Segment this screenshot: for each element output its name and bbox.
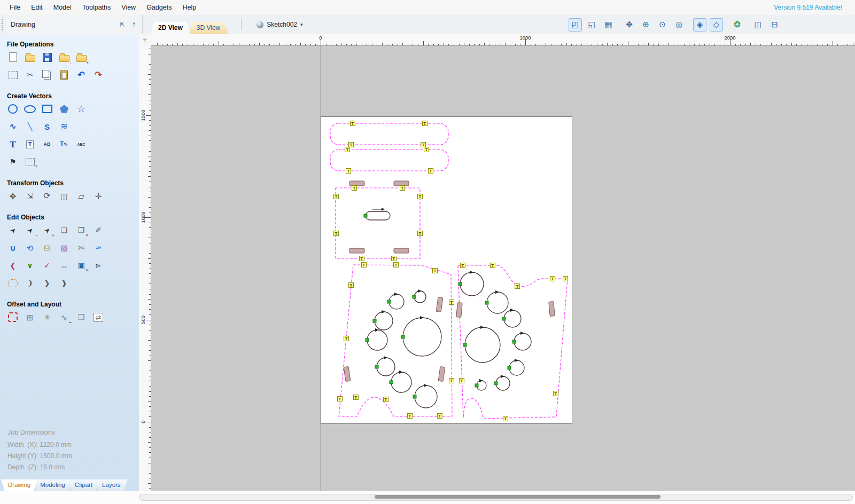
draw-star-icon[interactable]: ☆: [75, 103, 87, 115]
copy-along-vector-icon[interactable]: ∿••: [58, 311, 70, 323]
split-view-horizontal-icon[interactable]: ◫: [751, 18, 765, 32]
vector-slot[interactable]: [394, 181, 409, 186]
horizontal-ruler[interactable]: 010002000: [151, 34, 855, 46]
offset-vectors-icon[interactable]: [7, 311, 19, 323]
sheet-selector[interactable]: Sketch002 ▾: [252, 19, 307, 30]
start-node[interactable]: [485, 301, 488, 304]
tab-marker[interactable]: T: [394, 263, 399, 267]
tab-marker[interactable]: T: [346, 169, 351, 174]
sidebar-tab-clipart[interactable]: Clipart: [68, 479, 99, 491]
tab-marker[interactable]: T: [418, 194, 423, 199]
start-node[interactable]: [364, 214, 367, 217]
menu-view[interactable]: View: [116, 2, 141, 13]
tab-marker[interactable]: T: [345, 147, 350, 152]
start-node[interactable]: [373, 319, 376, 322]
zoom-interactive-icon[interactable]: ⊕: [639, 18, 652, 32]
vector-slot[interactable]: [394, 248, 409, 253]
start-node[interactable]: [375, 365, 378, 368]
dimension-icon[interactable]: ?: [24, 156, 36, 168]
draw-line-icon[interactable]: ╲: [24, 121, 36, 132]
job-setup-icon[interactable]: [7, 69, 19, 81]
vector-slot[interactable]: [349, 181, 364, 186]
start-node[interactable]: [508, 366, 511, 369]
tab-marker[interactable]: T: [349, 143, 354, 147]
distort-icon[interactable]: ▱: [75, 190, 87, 202]
menu-gadgets[interactable]: Gadgets: [141, 2, 177, 13]
tab-marker[interactable]: T: [554, 391, 558, 396]
menu-file[interactable]: File: [4, 2, 26, 13]
fillet-tbone-icon[interactable]: ❱: [58, 277, 70, 289]
start-node[interactable]: [458, 282, 462, 286]
tab-marker[interactable]: T: [433, 269, 438, 273]
zoom-extents-icon[interactable]: ◎: [672, 18, 686, 32]
pan-view-icon[interactable]: ✥: [623, 18, 636, 32]
tab-2d-view[interactable]: 2D View: [150, 22, 191, 34]
vector-slot[interactable]: [456, 303, 462, 318]
split-view-vertical-icon[interactable]: ⊟: [768, 18, 781, 32]
array-copy-icon[interactable]: ⊞: [24, 311, 36, 323]
menu-edit[interactable]: Edit: [26, 2, 48, 13]
vector-boundary-icon[interactable]: [7, 277, 19, 289]
panel-pin-icon[interactable]: ⊸: [129, 20, 138, 29]
grid-toggle-icon[interactable]: ▦: [602, 18, 615, 32]
tab-marker[interactable]: T: [349, 283, 354, 288]
menu-model[interactable]: Model: [48, 2, 77, 13]
set-size-icon[interactable]: ⇲: [24, 190, 36, 202]
tab-marker[interactable]: T: [400, 186, 405, 191]
reverse-direction-icon[interactable]: ⇔: [58, 259, 70, 271]
redo-icon[interactable]: ↷: [92, 69, 104, 81]
crop-vectors-icon[interactable]: ⊳: [92, 259, 104, 271]
draw-text-icon[interactable]: T: [7, 138, 19, 150]
tab-marker[interactable]: T: [460, 379, 464, 383]
menu-help[interactable]: Help: [177, 2, 201, 13]
tab-marker[interactable]: T: [503, 416, 508, 421]
export-vectors-icon[interactable]: ▸: [75, 51, 87, 63]
snap-grid-icon[interactable]: ◈: [693, 18, 706, 32]
material-setup-icon[interactable]: ❂: [730, 18, 744, 32]
tab-marker[interactable]: T: [334, 194, 339, 199]
tab-marker[interactable]: T: [334, 231, 339, 236]
true-shape-nesting-icon[interactable]: ⇄: [92, 311, 104, 323]
save-icon[interactable]: [41, 51, 53, 63]
start-node[interactable]: [366, 338, 369, 342]
fillet-corners-icon[interactable]: ❩: [24, 277, 36, 289]
draw-curve-icon[interactable]: ∿: [7, 121, 19, 132]
tab-marker[interactable]: T: [424, 147, 429, 152]
tab-marker[interactable]: T: [354, 395, 359, 400]
tab-marker[interactable]: T: [408, 414, 413, 419]
fit-curves-icon[interactable]: ∨: [24, 259, 36, 271]
weld-vectors-icon[interactable]: ∪: [7, 242, 19, 254]
draw-polygon-icon[interactable]: [58, 103, 70, 115]
zoom-drawing-icon[interactable]: ◱: [585, 18, 598, 32]
zoom-selected-icon[interactable]: ⊙: [656, 18, 669, 32]
import-vectors-icon[interactable]: ↓: [58, 51, 70, 63]
open-file-icon[interactable]: [24, 51, 36, 63]
draw-spring-icon[interactable]: ≋: [58, 121, 70, 132]
snap-geometry-icon[interactable]: ◇: [710, 18, 723, 32]
text-arc-icon[interactable]: ABC: [75, 138, 87, 150]
eraser-icon[interactable]: ▨: [58, 242, 70, 254]
toolbar-grip[interactable]: [2, 19, 4, 30]
drawing-svg[interactable]: TTTTTTTTTTTTTTTTTTTTTTTTTTTTTTTTTTTT: [151, 45, 855, 491]
tab-marker[interactable]: T: [438, 414, 442, 419]
panel-dock-icon[interactable]: ⇱: [118, 20, 127, 29]
tab-marker[interactable]: T: [344, 336, 349, 341]
node-edit-tool-icon[interactable]: ➤▪: [24, 224, 36, 236]
menu-toolpaths[interactable]: Toolpaths: [77, 2, 116, 13]
tab-marker[interactable]: T: [418, 231, 423, 236]
cut-icon[interactable]: ✂: [24, 69, 36, 81]
horizontal-scrollbar[interactable]: [139, 494, 853, 501]
tab-marker[interactable]: T: [449, 379, 454, 383]
join-vectors-icon[interactable]: ⊡: [41, 242, 53, 254]
draw-circle-icon[interactable]: [7, 103, 19, 115]
measure-tool-icon[interactable]: ✐: [92, 224, 104, 236]
tab-marker[interactable]: T: [392, 256, 397, 261]
align-icon[interactable]: ✛: [92, 190, 104, 202]
vector-texture-icon[interactable]: ⚑: [7, 156, 19, 168]
tab-marker[interactable]: T: [352, 186, 357, 191]
start-node[interactable]: [512, 340, 516, 343]
scrollbar-thumb[interactable]: [375, 495, 660, 499]
move-objects-icon[interactable]: ✥: [7, 190, 19, 202]
version-link[interactable]: Version 9.519 Available!: [774, 4, 851, 11]
fillet-dogbone-icon[interactable]: ❯: [41, 277, 53, 289]
